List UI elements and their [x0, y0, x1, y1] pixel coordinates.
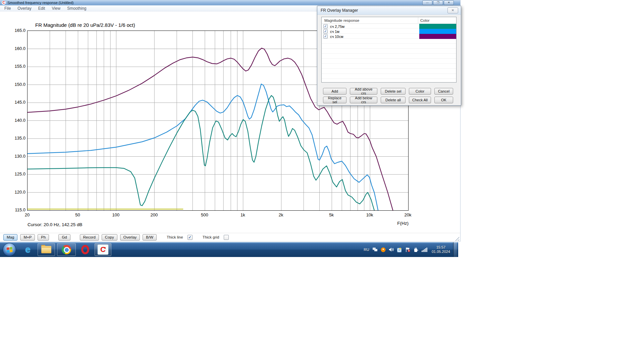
opera-icon[interactable] [78, 243, 93, 256]
toolbar-button-overlay[interactable]: Overlay [120, 234, 140, 241]
column-header-magnitude-response: Magnitude response [322, 18, 418, 22]
chart-title: FR Magnitude (dB re 20 uPa/2.83V - 1/6 o… [35, 22, 135, 28]
y-tick-label: 115.0 [10, 207, 25, 212]
folder-icon [41, 246, 51, 253]
toolbar-button-copy[interactable]: Copy [102, 234, 117, 241]
x-axis-unit-label: F(Hz) [388, 221, 409, 226]
x-tick-label: 20 [25, 212, 30, 217]
x-tick-label: 100 [112, 212, 120, 217]
overlay-row-checkbox[interactable]: ✓ [323, 24, 328, 29]
toolbar-button-gd[interactable]: Gd [58, 234, 70, 241]
toolbar-button-record[interactable]: Record [80, 234, 99, 241]
volume-tray-icon[interactable] [389, 247, 394, 252]
dialog-buttons: AddAdd above crsDelete selColorCancelRep… [323, 88, 453, 103]
x-tick-label: 2k [279, 212, 283, 217]
checkbox-thick-line[interactable]: ✓ [187, 235, 193, 240]
overlay-list-header: Magnitude response Color [322, 17, 456, 24]
dialog-button-replace-sel[interactable]: Replace sel [323, 97, 346, 103]
y-tick-label: 160.0 [10, 46, 25, 51]
x-tick-label: 500 [201, 212, 208, 217]
y-tick-label: 130.0 [10, 154, 25, 159]
dialog-button-delete-all[interactable]: Delete all [381, 97, 406, 103]
title-bar[interactable]: C Smoothed frequency response (Untitled)… [0, 0, 460, 5]
overlay-color-swatch[interactable] [419, 34, 456, 39]
display-tray-icon[interactable] [372, 247, 378, 252]
y-tick-label: 165.0 [10, 28, 25, 33]
y-tick-label: 120.0 [10, 190, 25, 195]
internet-explorer-icon[interactable]: e [20, 243, 36, 256]
menu-item-overlay[interactable]: Overlay [17, 6, 31, 11]
bottom-toolbar: MagM+PPhGdRecordCopyOverlayB/WThick line… [0, 233, 460, 241]
toolbar-button-mp[interactable]: M+P [20, 234, 35, 241]
menu-item-smoothing[interactable]: Smoothing [67, 6, 86, 11]
toolbar-button-ph[interactable]: Ph [38, 234, 49, 241]
windows-flag-icon [7, 247, 13, 253]
app-icon: C [2, 1, 6, 5]
windows-update-tray-icon[interactable] [397, 247, 402, 252]
y-tick-label: 150.0 [10, 82, 25, 87]
checkbox-label-thick-line: Thick line [167, 235, 183, 239]
checkbox-label-thick-grid: Thick grid [203, 235, 219, 239]
overlay-list[interactable]: Magnitude response Color ✓сч 2,75м✓сч 1м… [321, 17, 457, 83]
overlay-color-swatch[interactable] [419, 29, 456, 34]
windows-explorer-button[interactable] [38, 243, 55, 256]
checkbox-thick-grid[interactable] [224, 235, 229, 240]
toolbar-button-bw[interactable]: B/W [143, 234, 157, 241]
x-tick-label: 200 [150, 212, 158, 217]
start-button-icon[interactable] [3, 243, 16, 256]
dialog-title-bar[interactable]: FR Overlay Manager [317, 6, 461, 15]
y-tick-label: 140.0 [10, 118, 25, 123]
restore-button[interactable]: ❐ [433, 0, 443, 5]
clock-date: 01.05.2024 [432, 250, 450, 254]
chrome-icon [62, 245, 71, 254]
measurement-app-icon: C [98, 245, 108, 255]
toolbar-button-mag[interactable]: Mag [3, 234, 17, 241]
taskbar-clock[interactable]: 15:57 01.05.2024 [432, 245, 450, 254]
dialog-button-ok[interactable]: OK [434, 97, 453, 103]
menu-item-file[interactable]: File [4, 6, 11, 11]
overlay-row-checkbox[interactable]: ✓ [323, 34, 328, 39]
power-plug-tray-icon[interactable] [414, 247, 419, 252]
dialog-button-delete-sel[interactable]: Delete sel [381, 88, 406, 95]
overlay-row[interactable]: ✓сч 1м [322, 29, 456, 34]
action-center-flag-icon[interactable] [405, 247, 411, 252]
network-signal-tray-icon[interactable] [422, 248, 427, 252]
menu-item-edit[interactable]: Edit [38, 6, 45, 11]
dialog-button-add[interactable]: Add [323, 88, 346, 95]
x-tick-label: 5k [329, 212, 334, 217]
dialog-button-check-all[interactable]: Check All [409, 97, 431, 103]
y-tick-label: 155.0 [10, 64, 25, 69]
overlay-row[interactable]: ✓сч 10см [322, 34, 456, 39]
x-tick-label: 10k [366, 212, 373, 217]
overlay-row[interactable]: ✓сч 2,75м [322, 24, 456, 29]
window-title: Smoothed frequency response (Untitled) [7, 1, 74, 5]
x-tick-label: 1k [240, 212, 245, 217]
window-controls: — ❐ ✕ [422, 0, 454, 5]
y-tick-label: 145.0 [10, 100, 25, 105]
close-button[interactable]: ✕ [444, 0, 454, 5]
screen: C Smoothed frequency response (Untitled)… [0, 0, 644, 362]
x-tick-label: 50 [75, 212, 80, 217]
y-tick-label: 125.0 [10, 171, 25, 176]
language-indicator[interactable]: RU [364, 248, 369, 252]
cursor-readout: Cursor: 20.0 Hz, 142.25 dB [28, 222, 83, 227]
overlay-row-label: сч 2,75м [330, 24, 344, 29]
chrome-button[interactable] [57, 243, 76, 256]
show-desktop-button[interactable] [453, 242, 457, 257]
overlay-color-swatch[interactable] [419, 24, 456, 29]
overlay-row-checkbox[interactable]: ✓ [323, 29, 328, 34]
dialog-title: FR Overlay Manager [321, 8, 358, 13]
minimize-button[interactable]: — [422, 0, 432, 5]
x-tick-label: 20k [405, 212, 412, 217]
overlay-row-label: сч 1м [330, 30, 339, 34]
dialog-button-color[interactable]: Color [409, 88, 431, 95]
dialog-button-cancel[interactable]: Cancel [434, 88, 453, 95]
menu-item-view[interactable]: View [52, 6, 60, 11]
dialog-button-add-below-crs[interactable]: Add below crs [350, 97, 377, 103]
column-header-color: Color [418, 17, 456, 23]
dialog-close-icon[interactable]: ✕ [447, 7, 458, 13]
avast-tray-icon[interactable] [381, 247, 386, 252]
overlay-row-label: сч 10см [330, 35, 343, 39]
dialog-button-add-above-crs[interactable]: Add above crs [350, 88, 377, 95]
measurement-app-button[interactable]: C [95, 243, 111, 256]
